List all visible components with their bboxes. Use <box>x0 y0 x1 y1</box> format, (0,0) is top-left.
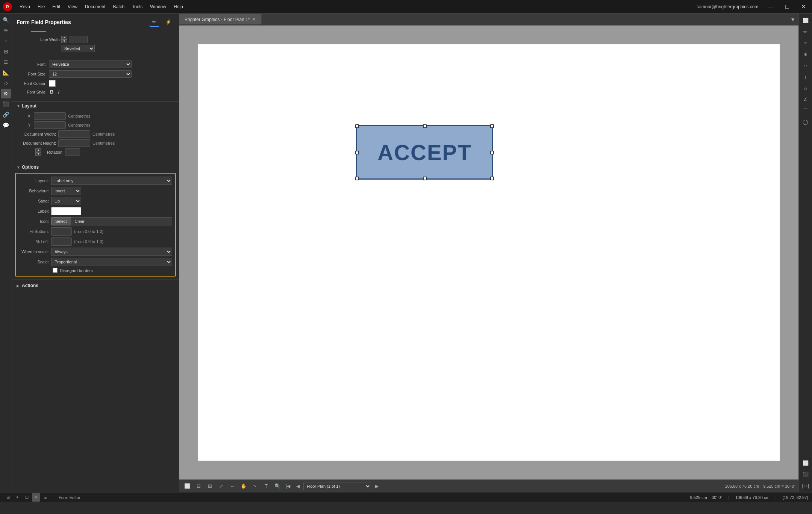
menu-tools[interactable]: Tools <box>129 4 145 9</box>
handle-bottom-middle[interactable] <box>423 177 427 180</box>
menu-batch[interactable]: Batch <box>110 4 128 9</box>
menu-revu[interactable]: Revu <box>17 4 33 9</box>
rt-icon-bottom-1[interactable]: ⬜ <box>800 458 811 468</box>
x-input[interactable]: 22.2500 <box>34 112 66 120</box>
cbb-fit-page[interactable]: ⤢ <box>216 481 226 491</box>
cbb-zoom[interactable]: 🔍 <box>273 481 282 491</box>
handle-top-left[interactable] <box>355 124 359 128</box>
nav-prev-begin[interactable]: |◀ <box>284 482 292 490</box>
rt-icon-8[interactable]: ∠ <box>800 94 811 104</box>
menu-window[interactable]: Window <box>147 4 169 9</box>
rotation-down[interactable]: ▼ <box>35 152 41 156</box>
status-icon-ortho[interactable]: ⊡ <box>23 493 31 502</box>
rt-icon-1[interactable]: ⬜ <box>800 15 811 26</box>
disregard-borders-checkbox[interactable] <box>53 268 58 273</box>
font-select[interactable]: Helvetica <box>49 60 132 68</box>
sidebar-icon-list[interactable]: ☰ <box>1 57 11 67</box>
status-icon-grid[interactable]: ⊞ <box>4 493 12 502</box>
italic-button[interactable]: I <box>57 89 61 95</box>
label-field-input[interactable]: ACCEPT <box>51 207 81 215</box>
when-to-scale-select[interactable]: Always Never Icon is too big Icon is too… <box>51 248 172 256</box>
sidebar-icon-pen[interactable]: ✏ <box>1 26 11 35</box>
bevel-select[interactable]: Bevelled <box>61 45 95 52</box>
rt-icon-6[interactable]: ↕ <box>800 71 811 82</box>
canvas-tab-floor-plan[interactable]: Brighter Graphics - Floor Plan 1* ✕ <box>179 14 262 24</box>
rt-icon-2[interactable]: ✏ <box>800 26 811 37</box>
pct-bottom-input[interactable]: 0 <box>51 227 72 236</box>
canvas-tab-close[interactable]: ✕ <box>252 17 256 22</box>
menu-help[interactable]: Help <box>171 4 186 9</box>
font-size-select[interactable]: 12 <box>49 70 132 78</box>
line-width-input[interactable]: 1.00 <box>69 36 88 43</box>
pct-left-input[interactable]: 0 <box>51 237 72 246</box>
status-icon-toggle[interactable]: ≡ <box>41 493 50 502</box>
handle-middle-left[interactable] <box>355 151 359 154</box>
icon-clear-button[interactable]: Clear <box>71 217 172 225</box>
cbb-split-v[interactable]: ⊞ <box>205 481 215 491</box>
sidebar-icon-chat[interactable]: 💬 <box>1 120 11 130</box>
handle-top-right[interactable] <box>490 124 494 128</box>
rt-icon-3[interactable]: ≡ <box>800 38 811 48</box>
sidebar-icon-layers[interactable]: ≡ <box>1 36 11 46</box>
tab-properties[interactable]: ✏ <box>149 17 159 27</box>
rt-icon-7[interactable]: ⌕ <box>800 83 811 93</box>
menu-file[interactable]: File <box>35 4 48 9</box>
options-section-header[interactable]: ▼ Options <box>12 163 179 171</box>
nav-prev[interactable]: ◀ <box>294 482 302 490</box>
cbb-page-icon[interactable]: ⬜ <box>182 481 192 491</box>
actions-section[interactable]: ▶ Actions <box>12 280 179 291</box>
layout-option-select[interactable]: Label only Icon only Icon top, label bot… <box>51 177 172 185</box>
scale-select[interactable]: Proportional Non-proportional <box>51 258 172 266</box>
rotation-spinner[interactable]: ▲ ▼ <box>35 148 41 156</box>
disregard-borders-label[interactable]: Disregard borders <box>60 268 93 273</box>
canvas-tab-arrow[interactable]: ▼ <box>787 17 798 23</box>
icon-select-button[interactable]: Select <box>51 217 71 225</box>
status-icon-snap[interactable]: ⌖ <box>13 493 21 502</box>
nav-next[interactable]: ▶ <box>373 482 381 490</box>
rt-icon-bottom-3[interactable]: |↔| <box>800 480 811 491</box>
cbb-text[interactable]: T <box>261 481 271 491</box>
cbb-hand[interactable]: ✋ <box>239 481 248 491</box>
handle-middle-right[interactable] <box>490 151 494 154</box>
doc-width-input[interactable]: 2.0000 <box>58 130 90 138</box>
doc-height-input[interactable]: 0.7500 <box>58 139 90 147</box>
state-select[interactable]: Up Down Rollover <box>51 197 81 205</box>
layout-section-header[interactable]: ▼ Layout <box>12 101 179 110</box>
rt-icon-4[interactable]: ⊞ <box>800 49 811 59</box>
close-button[interactable]: ✕ <box>798 2 809 11</box>
handle-top-middle[interactable] <box>423 124 427 128</box>
tab-actions[interactable]: ⚡ <box>162 18 174 26</box>
handle-bottom-left[interactable] <box>355 177 359 180</box>
status-icon-form[interactable]: ✏ <box>32 493 40 502</box>
line-width-up[interactable]: ▲ <box>61 36 67 39</box>
sidebar-icon-link[interactable]: 🔗 <box>1 110 11 119</box>
sidebar-icon-grid[interactable]: ⊞ <box>1 47 11 56</box>
maximize-button[interactable]: □ <box>782 3 792 11</box>
rotation-up[interactable]: ▲ <box>35 148 41 152</box>
rt-icon-10[interactable]: ◯ <box>800 116 811 127</box>
sidebar-icon-search[interactable]: 🔍 <box>1 15 11 25</box>
sidebar-icon-shapes[interactable]: ◇ <box>1 78 11 88</box>
rotation-input[interactable]: 0 <box>65 148 80 156</box>
cbb-split-h[interactable]: ⊟ <box>194 481 203 491</box>
sidebar-icon-form[interactable]: ⚙ <box>1 89 11 98</box>
cbb-fit-width[interactable]: ↔ <box>227 481 237 491</box>
sidebar-icon-measure[interactable]: 📐 <box>1 68 11 77</box>
floor-plan-select[interactable]: Floor Plan (1 of 1) <box>303 482 371 490</box>
line-width-spinner[interactable]: ▲ ▼ <box>61 36 67 43</box>
sidebar-icon-stamp[interactable]: ⬛ <box>1 99 11 109</box>
handle-bottom-right[interactable] <box>490 177 494 180</box>
line-width-down[interactable]: ▼ <box>61 39 67 43</box>
rt-icon-9[interactable]: ⌒ <box>800 105 811 116</box>
bold-button[interactable]: B <box>49 89 55 95</box>
menu-edit[interactable]: Edit <box>49 4 63 9</box>
behaviour-select[interactable]: Invert Push Outline None <box>51 187 81 195</box>
rt-icon-5[interactable]: ↔ <box>800 60 811 71</box>
minimize-button[interactable]: — <box>764 3 776 11</box>
rt-icon-bottom-2[interactable]: ⬛ <box>800 469 811 479</box>
menu-view[interactable]: View <box>65 4 80 9</box>
accept-button-container[interactable]: ACCEPT <box>356 125 493 180</box>
y-input[interactable]: 62.7500 <box>34 121 66 129</box>
menu-document[interactable]: Document <box>82 4 109 9</box>
font-colour-picker[interactable] <box>49 80 56 87</box>
